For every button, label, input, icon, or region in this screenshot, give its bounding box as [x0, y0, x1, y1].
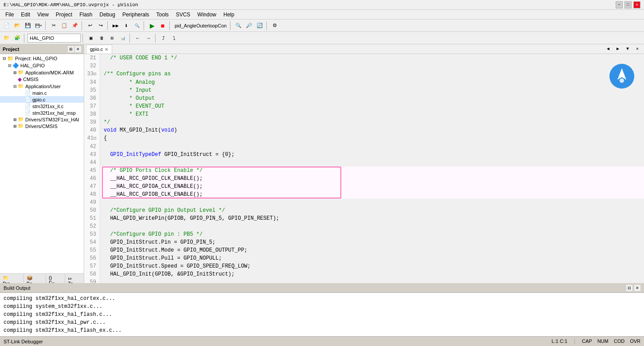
tab-nav-right[interactable]: ▶ [613, 44, 623, 54]
tree-gpio-c[interactable]: 📄 gpio.c [0, 96, 84, 103]
cut-button[interactable]: ✂ [49, 21, 59, 31]
bookmark-next-button[interactable]: ⤵ [169, 33, 179, 43]
tree-main-c[interactable]: 📄 main.c [0, 89, 84, 96]
tree-drivers-stm[interactable]: ⊞ 📁 Drivers/STM32F1xx_HAI [0, 116, 84, 123]
undo-button[interactable]: ↩ [85, 21, 95, 31]
menu-debug[interactable]: Debug [96, 11, 119, 19]
open-map-button[interactable]: 📊 [118, 33, 128, 43]
build-line-3: compiling stm32f1xx_hal_flash.c... [4, 311, 640, 319]
tree-it-c[interactable]: 📄 stm32f1xx_it.c [0, 103, 84, 109]
target-input[interactable] [27, 34, 81, 43]
zoom-in-button[interactable]: 🔍 [234, 21, 243, 31]
nav-fwd-button[interactable]: → [144, 33, 153, 43]
menu-window[interactable]: Window [194, 11, 220, 19]
tree-expand-appuser[interactable]: ⊟ [12, 84, 18, 89]
clean-button[interactable]: 🗑 [97, 33, 106, 43]
tree-cmsis[interactable]: ◆ CMSIS [0, 76, 84, 83]
paste-button[interactable]: 📌 [70, 21, 80, 31]
menu-peripherals[interactable]: Peripherals [119, 11, 153, 19]
refresh-button[interactable]: 🔄 [255, 21, 265, 31]
build-output-float[interactable]: ⊟ [626, 285, 632, 291]
code-line-57: 57 GPIO_InitStruct.Speed = GPIO_SPEED_FR… [84, 262, 644, 270]
save-all-button[interactable]: 💾+ [34, 21, 43, 31]
menu-file[interactable]: File [2, 11, 17, 19]
maximize-button[interactable]: □ [624, 1, 632, 8]
status-position: L:1 C:1 [552, 338, 567, 345]
project-title: Project [3, 47, 19, 52]
tree-drvrcmsis-label: Drivers/CMSIS [25, 124, 58, 129]
copy-button[interactable]: 📋 [59, 21, 69, 31]
project-panel-close[interactable]: ✕ [75, 46, 81, 52]
tab-gpio-c[interactable]: gpio.c ✕ [86, 45, 112, 54]
status-bar: ST-Link Debugger L:1 C:1 CAP NUM COD OVR [0, 336, 644, 346]
batch-button[interactable]: ⊞ [107, 33, 117, 43]
close-button[interactable]: ✕ [633, 1, 640, 8]
build-button[interactable]: ▶▶ [111, 21, 121, 31]
status-cod: COD [614, 338, 624, 345]
tree-hal-gpio[interactable]: ⊟ 🔷 HAL_GPIO [0, 62, 84, 69]
menu-edit[interactable]: Edit [17, 11, 34, 19]
save-button[interactable]: 💾 [23, 21, 33, 31]
tab-nav-left[interactable]: ◀ [603, 44, 613, 54]
minimize-button[interactable]: ─ [616, 1, 623, 8]
tree-root[interactable]: ⊟ 📁 Project: HAL_GPIO [0, 55, 84, 62]
project-sub-tab-pro[interactable]: 📁 Pro... [0, 274, 24, 283]
zoom-out-button[interactable]: 🔎 [244, 21, 254, 31]
project-sub-tab-fu[interactable]: {} Fu... [46, 274, 65, 283]
redo-button[interactable]: ↪ [96, 21, 105, 31]
tree-drivers-cmsis[interactable]: ⊞ 📁 Drivers/CMSIS [0, 123, 84, 129]
menu-tools[interactable]: Tools [153, 11, 172, 19]
tree-expand-mdk[interactable]: ⊞ [12, 70, 18, 75]
toolbar-separator-7 [266, 21, 268, 30]
tree-root-label: Project: HAL_GPIO [15, 56, 57, 61]
tab-menu-button[interactable]: ▼ [623, 44, 632, 54]
menu-project[interactable]: Project [52, 11, 76, 19]
tab-close-panel[interactable]: ✕ [632, 44, 642, 54]
tree-main-label: main.c [32, 90, 47, 96]
component-button[interactable]: 🧩 [12, 33, 22, 43]
build-section: Build Output ⊟ ✕ compiling stm32f1xx_hal… [0, 283, 644, 336]
tree-spacer-gpio [20, 97, 25, 102]
project-sub-tab-te[interactable]: ₁₄ Te... [65, 274, 84, 283]
toolbar2-sep-1 [24, 34, 26, 43]
project-sub-tab-bo[interactable]: 📦 Bo... [24, 274, 46, 283]
download-button[interactable]: ⬇ [121, 21, 131, 31]
nav-back-button[interactable]: ← [133, 33, 143, 43]
code-editor[interactable]: 31 /* USER CODE END 1 */3233⊟/** Configu… [84, 54, 644, 283]
new-file-button[interactable]: 📄 [2, 21, 12, 31]
run-button[interactable]: ▶ [147, 21, 157, 31]
build2-button[interactable]: ▣ [86, 33, 96, 43]
project-panel-icon[interactable]: ⊞ [68, 46, 74, 52]
stop-button[interactable]: ■ [158, 21, 168, 31]
settings-button[interactable]: ⚙ [270, 21, 280, 31]
status-num: NUM [597, 338, 609, 345]
status-left: ST-Link Debugger [4, 339, 43, 344]
toolbar-separator-6 [230, 21, 232, 30]
open-file-button[interactable]: 📂 [12, 21, 22, 31]
build-output-close[interactable]: ✕ [634, 285, 640, 291]
tree-expand-root[interactable]: ⊟ [2, 56, 7, 61]
tree-app-user[interactable]: ⊟ 📁 Application/User [0, 83, 84, 89]
tree-expand-cmsis [12, 77, 18, 82]
menu-help[interactable]: Help [220, 11, 238, 19]
tree-mdk-arm[interactable]: ⊞ 📁 Application/MDK-ARM [0, 69, 84, 76]
menu-svcs[interactable]: SVCS [172, 11, 194, 19]
tree-expand-hal[interactable]: ⊟ [7, 63, 12, 68]
tree-expand-stm[interactable]: ⊞ [12, 117, 18, 122]
tree-expand-drvrcmsis[interactable]: ⊞ [12, 124, 18, 128]
tree-spacer-it [20, 104, 25, 109]
code-line-43: 43 GPIO_InitTypeDef GPIO_InitStruct = {0… [84, 151, 644, 159]
code-line-56: 56 GPIO_InitStruct.Pull = GPIO_NOPULL; [84, 254, 644, 262]
toolbar2-sep-2 [82, 34, 84, 43]
status-debugger: ST-Link Debugger [4, 339, 43, 344]
tree-hal-msp[interactable]: 📄 stm32f1xx_hal_msp [0, 109, 84, 116]
tab-close-button[interactable]: ✕ [105, 47, 108, 52]
tree-spacer-msp [20, 111, 25, 115]
toolbar-separator-2 [82, 21, 83, 30]
menu-view[interactable]: View [34, 11, 52, 19]
bookmark-prev-button[interactable]: ⤴ [159, 33, 168, 43]
debug-button[interactable]: 🔍 [132, 21, 142, 31]
menu-flash[interactable]: Flash [76, 11, 96, 19]
project-button[interactable]: 📁 [2, 33, 12, 43]
toolbar-separator-3 [107, 21, 109, 30]
